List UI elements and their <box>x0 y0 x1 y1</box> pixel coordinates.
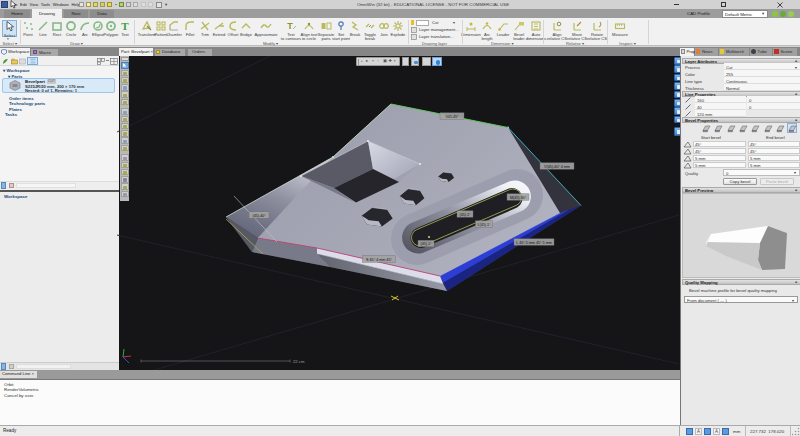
svg-text:L(45).1°: L(45).1° <box>477 223 491 227</box>
svg-text:(45).40°: (45).40° <box>252 214 266 218</box>
svg-text:T: T <box>287 21 293 31</box>
svg-text:V(45).40° 4 mm: V(45).40° 4 mm <box>544 165 570 169</box>
svg-text:(45).1°: (45).1° <box>420 242 432 246</box>
svg-text:L 45°.5 mm 45° 5 mm: L 45°.5 mm 45° 5 mm <box>516 241 552 245</box>
svg-text:22 cm: 22 cm <box>293 359 305 364</box>
svg-text:S 45° 4 mm 45°: S 45° 4 mm 45° <box>366 258 392 262</box>
svg-text:V45.45°: V45.45° <box>445 115 459 119</box>
svg-text:(45).1°: (45).1° <box>459 213 471 217</box>
svg-text:M(45).30°: M(45).30° <box>510 196 527 200</box>
svg-text:T: T <box>121 20 129 32</box>
